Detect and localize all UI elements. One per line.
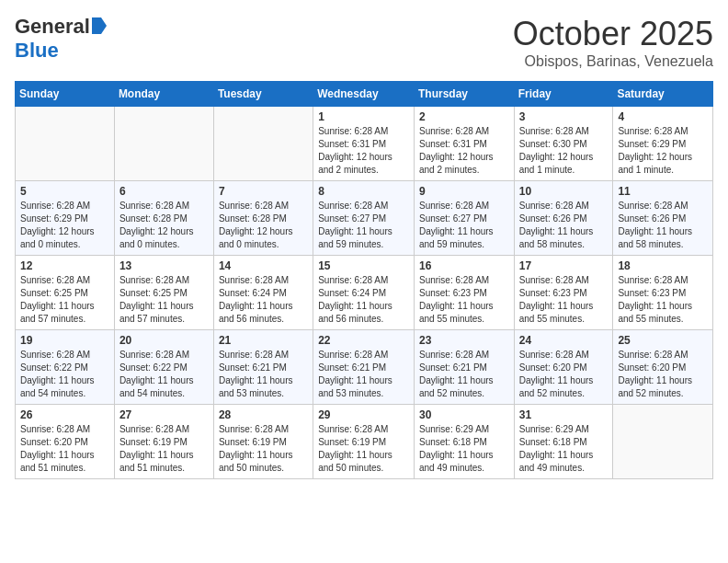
day-info: Sunrise: 6:28 AMSunset: 6:31 PMDaylight:…: [419, 125, 509, 177]
day-cell: 8Sunrise: 6:28 AMSunset: 6:27 PMDaylight…: [313, 181, 415, 256]
day-cell: 11Sunrise: 6:28 AMSunset: 6:26 PMDayligh…: [613, 181, 713, 256]
day-cell: 15Sunrise: 6:28 AMSunset: 6:24 PMDayligh…: [313, 256, 415, 330]
week-row-4: 19Sunrise: 6:28 AMSunset: 6:22 PMDayligh…: [16, 330, 713, 405]
day-info: Sunrise: 6:28 AMSunset: 6:19 PMDaylight:…: [219, 423, 308, 475]
day-number: 21: [219, 334, 308, 347]
day-number: 7: [219, 185, 308, 198]
day-cell: 7Sunrise: 6:28 AMSunset: 6:28 PMDaylight…: [213, 181, 313, 256]
day-cell: 27Sunrise: 6:28 AMSunset: 6:19 PMDayligh…: [114, 405, 213, 479]
calendar-table: SundayMondayTuesdayWednesdayThursdayFrid…: [15, 81, 713, 479]
weekday-tuesday: Tuesday: [213, 82, 313, 107]
day-number: 6: [119, 185, 209, 198]
day-number: 30: [419, 408, 509, 421]
day-info: Sunrise: 6:28 AMSunset: 6:22 PMDaylight:…: [20, 349, 109, 400]
day-number: 16: [419, 259, 509, 272]
day-info: Sunrise: 6:28 AMSunset: 6:20 PMDaylight:…: [618, 349, 708, 400]
day-cell: 10Sunrise: 6:28 AMSunset: 6:26 PMDayligh…: [514, 181, 613, 256]
logo: General Blue: [15, 15, 107, 63]
day-cell: 6Sunrise: 6:28 AMSunset: 6:28 PMDaylight…: [114, 181, 213, 256]
day-number: 3: [519, 110, 609, 123]
day-cell: 28Sunrise: 6:28 AMSunset: 6:19 PMDayligh…: [213, 405, 313, 479]
day-info: Sunrise: 6:28 AMSunset: 6:20 PMDaylight:…: [20, 423, 109, 475]
day-number: 9: [419, 185, 509, 198]
day-cell: 18Sunrise: 6:28 AMSunset: 6:23 PMDayligh…: [613, 256, 713, 330]
day-cell: [213, 107, 313, 181]
location: Obispos, Barinas, Venezuela: [513, 53, 713, 70]
day-cell: 24Sunrise: 6:28 AMSunset: 6:20 PMDayligh…: [514, 330, 613, 405]
day-cell: 2Sunrise: 6:28 AMSunset: 6:31 PMDaylight…: [414, 107, 514, 181]
day-cell: 30Sunrise: 6:29 AMSunset: 6:18 PMDayligh…: [414, 405, 514, 479]
day-info: Sunrise: 6:28 AMSunset: 6:21 PMDaylight:…: [318, 349, 409, 400]
day-info: Sunrise: 6:28 AMSunset: 6:23 PMDaylight:…: [519, 274, 609, 326]
day-number: 15: [318, 259, 409, 272]
weekday-friday: Friday: [514, 82, 613, 107]
day-number: 24: [519, 334, 609, 347]
day-cell: 4Sunrise: 6:28 AMSunset: 6:29 PMDaylight…: [613, 107, 713, 181]
day-cell: 29Sunrise: 6:28 AMSunset: 6:19 PMDayligh…: [313, 405, 415, 479]
day-cell: 19Sunrise: 6:28 AMSunset: 6:22 PMDayligh…: [16, 330, 115, 405]
day-cell: [613, 405, 713, 479]
day-cell: 14Sunrise: 6:28 AMSunset: 6:24 PMDayligh…: [213, 256, 313, 330]
day-number: 13: [119, 259, 209, 272]
day-number: 27: [119, 408, 209, 421]
title-block: October 2025 Obispos, Barinas, Venezuela: [513, 15, 713, 70]
day-cell: 1Sunrise: 6:28 AMSunset: 6:31 PMDaylight…: [313, 107, 415, 181]
logo-arrow-icon: [92, 17, 107, 34]
day-cell: 26Sunrise: 6:28 AMSunset: 6:20 PMDayligh…: [16, 405, 115, 479]
month-title: October 2025: [513, 15, 713, 53]
week-row-2: 5Sunrise: 6:28 AMSunset: 6:29 PMDaylight…: [16, 181, 713, 256]
day-cell: 20Sunrise: 6:28 AMSunset: 6:22 PMDayligh…: [114, 330, 213, 405]
weekday-saturday: Saturday: [613, 82, 713, 107]
day-info: Sunrise: 6:28 AMSunset: 6:20 PMDaylight:…: [519, 349, 609, 400]
day-cell: [16, 107, 115, 181]
day-info: Sunrise: 6:28 AMSunset: 6:31 PMDaylight:…: [318, 125, 409, 177]
day-info: Sunrise: 6:28 AMSunset: 6:30 PMDaylight:…: [519, 125, 609, 177]
day-cell: 9Sunrise: 6:28 AMSunset: 6:27 PMDaylight…: [414, 181, 514, 256]
day-cell: 21Sunrise: 6:28 AMSunset: 6:21 PMDayligh…: [213, 330, 313, 405]
day-number: 18: [618, 259, 708, 272]
day-info: Sunrise: 6:28 AMSunset: 6:22 PMDaylight:…: [119, 349, 209, 400]
day-number: 25: [618, 334, 708, 347]
day-number: 8: [318, 185, 409, 198]
weekday-header-row: SundayMondayTuesdayWednesdayThursdayFrid…: [16, 82, 713, 107]
day-cell: 17Sunrise: 6:28 AMSunset: 6:23 PMDayligh…: [514, 256, 613, 330]
day-cell: 22Sunrise: 6:28 AMSunset: 6:21 PMDayligh…: [313, 330, 415, 405]
day-info: Sunrise: 6:29 AMSunset: 6:18 PMDaylight:…: [419, 423, 509, 475]
day-cell: 3Sunrise: 6:28 AMSunset: 6:30 PMDaylight…: [514, 107, 613, 181]
day-cell: 23Sunrise: 6:28 AMSunset: 6:21 PMDayligh…: [414, 330, 514, 405]
weekday-wednesday: Wednesday: [313, 82, 415, 107]
weekday-sunday: Sunday: [16, 82, 115, 107]
day-info: Sunrise: 6:28 AMSunset: 6:27 PMDaylight:…: [318, 200, 409, 251]
day-info: Sunrise: 6:28 AMSunset: 6:27 PMDaylight:…: [419, 200, 509, 251]
day-number: 4: [618, 110, 708, 123]
day-number: 14: [219, 259, 308, 272]
day-number: 11: [618, 185, 708, 198]
day-info: Sunrise: 6:28 AMSunset: 6:28 PMDaylight:…: [119, 200, 209, 251]
day-number: 10: [519, 185, 609, 198]
day-cell: 5Sunrise: 6:28 AMSunset: 6:29 PMDaylight…: [16, 181, 115, 256]
day-info: Sunrise: 6:28 AMSunset: 6:23 PMDaylight:…: [419, 274, 509, 326]
day-cell: 12Sunrise: 6:28 AMSunset: 6:25 PMDayligh…: [16, 256, 115, 330]
day-number: 1: [318, 110, 409, 123]
day-number: 5: [20, 185, 109, 198]
weekday-monday: Monday: [114, 82, 213, 107]
day-info: Sunrise: 6:28 AMSunset: 6:19 PMDaylight:…: [318, 423, 409, 475]
logo-general: General: [15, 15, 90, 39]
week-row-5: 26Sunrise: 6:28 AMSunset: 6:20 PMDayligh…: [16, 405, 713, 479]
day-info: Sunrise: 6:28 AMSunset: 6:23 PMDaylight:…: [618, 274, 708, 326]
day-cell: 13Sunrise: 6:28 AMSunset: 6:25 PMDayligh…: [114, 256, 213, 330]
day-info: Sunrise: 6:28 AMSunset: 6:28 PMDaylight:…: [219, 200, 308, 251]
week-row-1: 1Sunrise: 6:28 AMSunset: 6:31 PMDaylight…: [16, 107, 713, 181]
day-info: Sunrise: 6:28 AMSunset: 6:24 PMDaylight:…: [318, 274, 409, 326]
day-info: Sunrise: 6:28 AMSunset: 6:26 PMDaylight:…: [519, 200, 609, 251]
day-info: Sunrise: 6:28 AMSunset: 6:26 PMDaylight:…: [618, 200, 708, 251]
day-info: Sunrise: 6:28 AMSunset: 6:24 PMDaylight:…: [219, 274, 308, 326]
day-number: 26: [20, 408, 109, 421]
day-info: Sunrise: 6:28 AMSunset: 6:25 PMDaylight:…: [20, 274, 109, 326]
day-info: Sunrise: 6:28 AMSunset: 6:25 PMDaylight:…: [119, 274, 209, 326]
day-info: Sunrise: 6:28 AMSunset: 6:21 PMDaylight:…: [419, 349, 509, 400]
weekday-thursday: Thursday: [414, 82, 514, 107]
day-number: 31: [519, 408, 609, 421]
day-info: Sunrise: 6:28 AMSunset: 6:21 PMDaylight:…: [219, 349, 308, 400]
day-info: Sunrise: 6:28 AMSunset: 6:29 PMDaylight:…: [20, 200, 109, 251]
